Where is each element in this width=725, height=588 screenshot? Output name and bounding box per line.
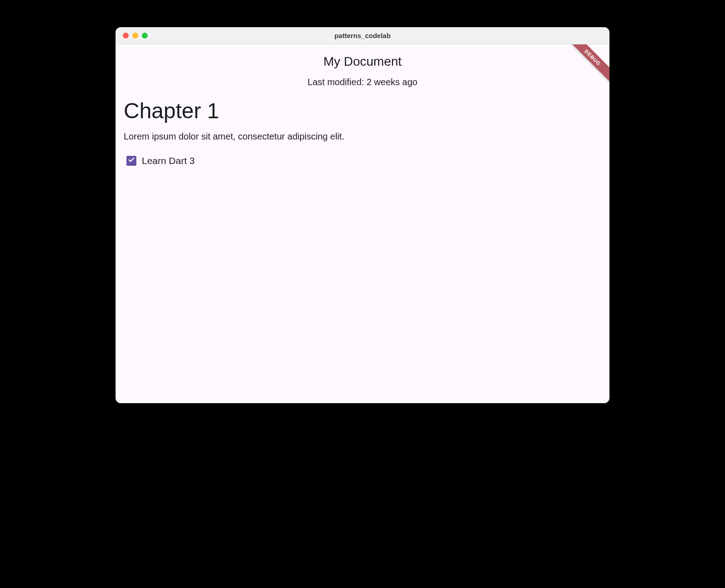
titlebar[interactable]: patterns_codelab [116,27,609,44]
app-window: patterns_codelab DEBUG My Document Last … [116,27,609,403]
page-title: My Document [116,44,609,69]
content-area: Chapter 1 Lorem ipsum dolor sit amet, co… [116,98,609,166]
minimize-window-button[interactable] [132,33,138,39]
close-window-button[interactable] [123,33,129,39]
checkbox-list-item[interactable]: Learn Dart 3 [126,155,601,166]
app-body: DEBUG My Document Last modified: 2 weeks… [116,44,609,403]
check-icon [128,156,135,165]
chapter-heading: Chapter 1 [124,98,601,123]
checkbox-label: Learn Dart 3 [142,155,195,166]
window-title: patterns_codelab [116,32,609,39]
checkbox[interactable] [126,156,136,166]
body-paragraph: Lorem ipsum dolor sit amet, consectetur … [124,131,601,142]
traffic-lights [123,33,148,39]
last-modified-text: Last modified: 2 weeks ago [116,77,609,87]
maximize-window-button[interactable] [142,33,148,39]
